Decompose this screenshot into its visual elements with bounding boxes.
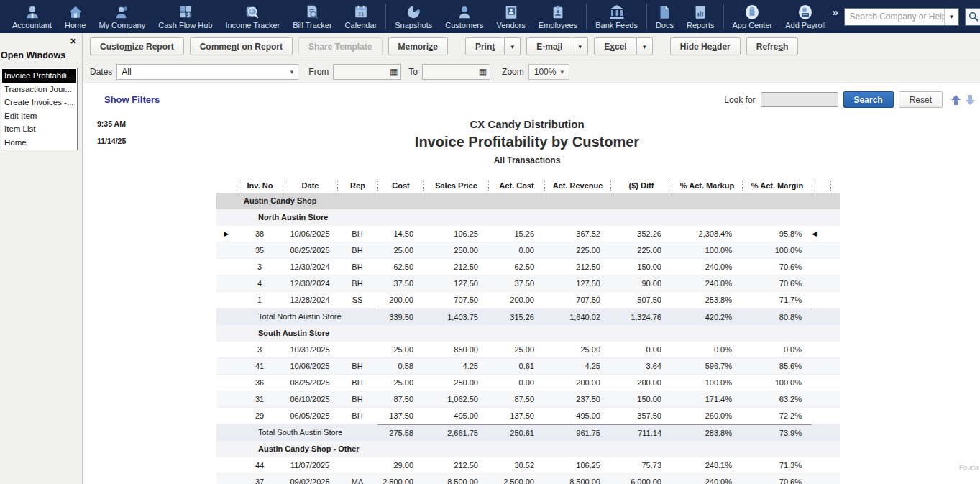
table-row[interactable]: 4411/07/202529.00212.5030.52106.2575.732… (216, 457, 840, 474)
nav-item-snapshots[interactable]: Snapshots (388, 0, 439, 33)
zoom-dropdown[interactable]: 100% ▾ (528, 64, 569, 80)
cell-date: 11/07/2025 (283, 457, 337, 473)
search-dropdown-caret[interactable]: ▾ (944, 9, 958, 25)
column-header-inv-no[interactable]: Inv. No (237, 181, 283, 191)
look-for-input[interactable] (761, 92, 838, 107)
close-icon[interactable]: × (70, 36, 76, 46)
cell-act_cost: 62.50 (488, 259, 544, 275)
nav-label: Bill Tracker (293, 21, 331, 30)
refresh-button[interactable]: Refresh (746, 37, 799, 55)
cell-act_cost: 137.50 (488, 408, 544, 424)
top-navbar: Accountant Home My Company $ Cash Flow H… (0, 0, 980, 33)
row-margin (216, 275, 237, 291)
from-date-field[interactable]: ▦ (333, 64, 401, 80)
nav-item-home[interactable]: Home (58, 0, 92, 33)
open-window-item[interactable]: Create Invoices -... (2, 96, 76, 109)
show-filters-link[interactable]: Show Filters (104, 94, 160, 105)
nav-item-app-center[interactable]: App Center (726, 0, 779, 33)
table-row[interactable]: 312/30/2024BH62.50212.5062.50212.50150.0… (216, 259, 840, 275)
cell-inv: 35 (237, 242, 283, 258)
table-row[interactable]: 2906/05/2025BH137.50495.00137.50495.0035… (216, 408, 840, 424)
open-window-item[interactable]: Home (2, 136, 76, 150)
open-window-item[interactable]: Invoice Profitabili... (2, 69, 76, 83)
global-search-box[interactable]: Search Company or Help ▾ (844, 8, 959, 26)
email-dropdown-caret[interactable]: ▾ (572, 37, 588, 55)
nav-item-reports[interactable]: Reports (680, 0, 721, 33)
column-header-act-cost[interactable]: Act. Cost (488, 181, 544, 191)
reports-icon (692, 4, 708, 21)
table-row[interactable]: 112/28/2024SS200.00707.50200.00707.50507… (216, 292, 840, 309)
reset-button[interactable]: Reset (899, 91, 943, 108)
arrow-up-icon[interactable] (951, 94, 961, 106)
nav-item-accountant[interactable]: Accountant (6, 0, 58, 33)
search-go-button[interactable] (965, 8, 980, 26)
nav-item-add-payroll[interactable]: Add Payroll (779, 0, 832, 33)
print-button[interactable]: Print (465, 37, 505, 55)
table-row[interactable]: 310/31/202525.00850.0025.0025.000.000.0%… (216, 342, 840, 358)
table-row[interactable]: 3709/02/2025MA2,500.008,500.002,500.008,… (216, 474, 840, 484)
column-header-act-markup[interactable]: % Act. Markup (672, 181, 742, 191)
column-header-date[interactable]: Date (283, 181, 337, 191)
cell-act_rev: 106.25 (544, 457, 610, 473)
cell-margin: 95.8% (742, 226, 812, 242)
open-window-item[interactable]: Transaction Jour... (2, 83, 76, 96)
column-header-act-margin[interactable]: % Act. Margin (742, 181, 812, 191)
cell-date: 10/31/2025 (283, 342, 337, 357)
nav-item-employees[interactable]: Employees (532, 0, 584, 33)
nav-overflow-chevron[interactable]: » (832, 6, 838, 18)
open-window-item[interactable]: Edit Item (2, 109, 76, 123)
email-button[interactable]: E-mail (526, 37, 572, 55)
column-header-sales-price[interactable]: Sales Price (423, 181, 488, 191)
nav-item-bank-feeds[interactable]: Bank Feeds (589, 0, 644, 33)
cell-date: 12/30/2024 (283, 275, 337, 291)
cell-date: 06/05/2025 (283, 408, 337, 424)
column-header-cost[interactable]: Cost (377, 181, 423, 191)
customize-report-button[interactable]: Customize Report (90, 37, 184, 55)
table-row[interactable]: 3508/25/2025BH25.00250.000.00225.00225.0… (216, 242, 840, 259)
comment-on-report-button[interactable]: Comment on Report (190, 37, 293, 55)
to-date-field[interactable]: ▦ (422, 64, 490, 80)
nav-item-docs[interactable]: Docs (649, 0, 680, 33)
open-window-item[interactable]: Item List (2, 122, 76, 136)
cell-cost: 200.00 (377, 292, 423, 308)
search-button[interactable]: Search (843, 91, 894, 108)
cell-diff: 352.26 (610, 226, 672, 242)
zoom-label: Zoom (502, 67, 524, 77)
column-header-act-revenue[interactable]: Act. Revenue (544, 181, 610, 191)
memorize-button[interactable]: Memorize (388, 37, 448, 55)
cell-date: 12/28/2024 (283, 292, 337, 308)
row-margin (812, 309, 831, 325)
hide-header-button[interactable]: Hide Header (670, 37, 741, 55)
excel-button[interactable]: Excel (594, 37, 636, 55)
nav-item-cash-flow-hub[interactable]: $ Cash Flow Hub (152, 0, 219, 33)
table-row[interactable]: 4110/06/2025BH0.584.250.614.253.64596.7%… (216, 358, 840, 375)
table-row[interactable]: 3608/25/2025BH25.00250.000.00200.00200.0… (216, 375, 840, 391)
cell-rep (337, 342, 377, 357)
search-input[interactable]: Search Company or Help (845, 12, 944, 22)
nav-item-income-tracker[interactable]: Income Tracker (219, 0, 286, 33)
table-row[interactable]: 412/30/2024BH37.50127.5037.50127.5090.00… (216, 275, 840, 292)
excel-dropdown-caret[interactable]: ▾ (637, 37, 653, 55)
cell-cost: 339.50 (377, 309, 423, 325)
nav-item-calendar[interactable]: 31 Calendar (339, 0, 384, 33)
report-title: Invoice Profitability by Customer (83, 134, 971, 150)
print-dropdown-caret[interactable]: ▾ (505, 37, 521, 55)
nav-item-vendors[interactable]: Vendors (490, 0, 531, 33)
calendar-picker-icon[interactable]: ▦ (390, 68, 398, 76)
nav-label: Calendar (345, 21, 377, 30)
dates-dropdown[interactable]: All ▾ (116, 64, 298, 80)
cell-act_cost: 25.00 (488, 342, 544, 357)
calendar-picker-icon[interactable]: ▦ (479, 68, 487, 76)
arrow-down-icon[interactable] (965, 94, 976, 106)
cell-margin: 71.3% (742, 457, 812, 473)
cell-cost: 37.50 (377, 275, 423, 291)
table-row[interactable]: 3106/10/2025BH87.501,062.5087.50237.5015… (216, 391, 840, 408)
nav-item-customers[interactable]: Customers (439, 0, 490, 33)
cell-markup: 240.0% (672, 474, 742, 484)
nav-item-bill-tracker[interactable]: Bill Tracker (286, 0, 338, 33)
cell-margin: 71.7% (742, 292, 812, 308)
nav-item-my-company[interactable]: My Company (92, 0, 152, 33)
table-row[interactable]: ▶3810/06/2025BH14.50106.2515.26367.52352… (216, 226, 840, 242)
column-header-diff[interactable]: ($) Diff (610, 181, 672, 191)
column-header-rep[interactable]: Rep (337, 181, 377, 191)
